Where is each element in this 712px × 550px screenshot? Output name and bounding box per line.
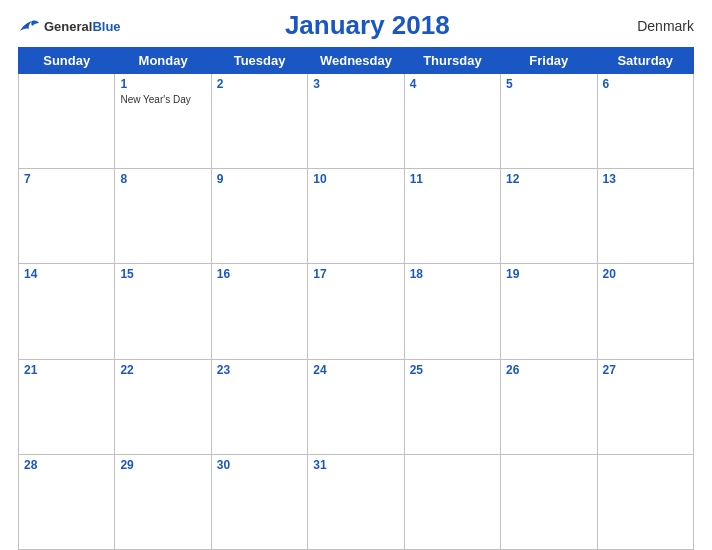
calendar-day-cell: 29	[115, 454, 211, 549]
day-number: 1	[120, 77, 205, 91]
day-number: 29	[120, 458, 205, 472]
day-number: 24	[313, 363, 398, 377]
calendar-day-cell: 21	[19, 359, 115, 454]
day-number: 16	[217, 267, 302, 281]
day-number: 17	[313, 267, 398, 281]
day-number: 22	[120, 363, 205, 377]
calendar-title: January 2018	[121, 10, 614, 41]
calendar-day-cell	[19, 74, 115, 169]
calendar-day-cell: 24	[308, 359, 404, 454]
day-number: 30	[217, 458, 302, 472]
calendar-table: SundayMondayTuesdayWednesdayThursdayFrid…	[18, 47, 694, 550]
calendar-day-cell: 7	[19, 169, 115, 264]
calendar-day-cell: 20	[597, 264, 693, 359]
day-number: 23	[217, 363, 302, 377]
day-number: 20	[603, 267, 688, 281]
day-number: 3	[313, 77, 398, 91]
calendar-day-cell	[597, 454, 693, 549]
day-of-week-header: Wednesday	[308, 48, 404, 74]
logo: GeneralBlue	[18, 17, 121, 35]
calendar-day-cell: 4	[404, 74, 500, 169]
calendar-day-cell: 14	[19, 264, 115, 359]
day-number: 12	[506, 172, 591, 186]
day-of-week-header: Monday	[115, 48, 211, 74]
calendar-week-row: 21222324252627	[19, 359, 694, 454]
calendar-day-cell: 17	[308, 264, 404, 359]
calendar-header: GeneralBlue January 2018 Denmark	[0, 0, 712, 47]
calendar-day-cell: 11	[404, 169, 500, 264]
day-of-week-header: Sunday	[19, 48, 115, 74]
calendar-day-cell: 25	[404, 359, 500, 454]
day-number: 19	[506, 267, 591, 281]
day-of-week-header: Tuesday	[211, 48, 307, 74]
calendar-header-row: SundayMondayTuesdayWednesdayThursdayFrid…	[19, 48, 694, 74]
day-number: 5	[506, 77, 591, 91]
calendar-day-cell: 30	[211, 454, 307, 549]
day-number: 27	[603, 363, 688, 377]
holiday-label: New Year's Day	[120, 93, 205, 106]
day-number: 7	[24, 172, 109, 186]
day-number: 14	[24, 267, 109, 281]
day-number: 13	[603, 172, 688, 186]
calendar-week-row: 1New Year's Day23456	[19, 74, 694, 169]
calendar-day-cell: 10	[308, 169, 404, 264]
calendar-day-cell: 22	[115, 359, 211, 454]
calendar-week-row: 28293031	[19, 454, 694, 549]
calendar-day-cell: 13	[597, 169, 693, 264]
calendar-day-cell	[501, 454, 597, 549]
day-number: 28	[24, 458, 109, 472]
country-label: Denmark	[614, 18, 694, 34]
calendar-day-cell: 6	[597, 74, 693, 169]
calendar-day-cell	[404, 454, 500, 549]
calendar-day-cell: 2	[211, 74, 307, 169]
day-number: 11	[410, 172, 495, 186]
calendar-day-cell: 15	[115, 264, 211, 359]
day-number: 21	[24, 363, 109, 377]
logo-bird-icon	[18, 17, 40, 35]
calendar-day-cell: 28	[19, 454, 115, 549]
day-number: 31	[313, 458, 398, 472]
day-number: 25	[410, 363, 495, 377]
calendar-day-cell: 16	[211, 264, 307, 359]
day-number: 15	[120, 267, 205, 281]
calendar-day-cell: 1New Year's Day	[115, 74, 211, 169]
calendar-day-cell: 27	[597, 359, 693, 454]
day-number: 6	[603, 77, 688, 91]
calendar-day-cell: 23	[211, 359, 307, 454]
day-number: 8	[120, 172, 205, 186]
calendar-day-cell: 9	[211, 169, 307, 264]
calendar-day-cell: 18	[404, 264, 500, 359]
day-number: 18	[410, 267, 495, 281]
days-of-week-row: SundayMondayTuesdayWednesdayThursdayFrid…	[19, 48, 694, 74]
day-number: 4	[410, 77, 495, 91]
day-number: 10	[313, 172, 398, 186]
logo-text: GeneralBlue	[44, 17, 121, 35]
calendar-day-cell: 26	[501, 359, 597, 454]
day-number: 9	[217, 172, 302, 186]
calendar-day-cell: 19	[501, 264, 597, 359]
calendar-week-row: 78910111213	[19, 169, 694, 264]
calendar-day-cell: 12	[501, 169, 597, 264]
calendar-body: 1New Year's Day2345678910111213141516171…	[19, 74, 694, 550]
day-number: 26	[506, 363, 591, 377]
calendar-day-cell: 5	[501, 74, 597, 169]
day-number: 2	[217, 77, 302, 91]
day-of-week-header: Friday	[501, 48, 597, 74]
calendar-day-cell: 8	[115, 169, 211, 264]
calendar-week-row: 14151617181920	[19, 264, 694, 359]
day-of-week-header: Thursday	[404, 48, 500, 74]
calendar-day-cell: 3	[308, 74, 404, 169]
day-of-week-header: Saturday	[597, 48, 693, 74]
calendar-day-cell: 31	[308, 454, 404, 549]
